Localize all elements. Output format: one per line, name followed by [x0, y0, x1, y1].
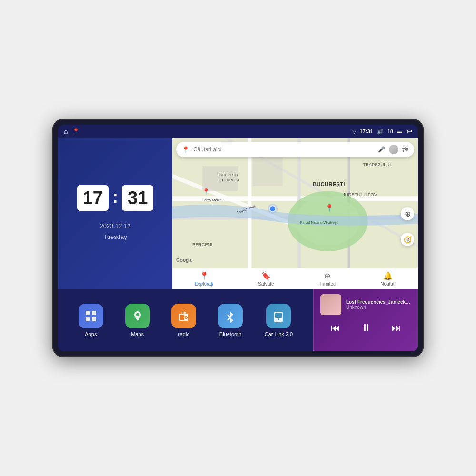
clock-day: Tuesday	[99, 231, 130, 242]
svg-text:BUCUREȘTI: BUCUREȘTI	[313, 181, 345, 187]
main-area: 17 : 31 2023.12.12 Tuesday	[58, 138, 418, 351]
music-prev-button[interactable]: ⏮	[327, 321, 344, 336]
map-nav-explore[interactable]: 📍 Explorați	[195, 271, 213, 287]
volume-icon: 🔊	[377, 129, 384, 135]
maps-label: Maps	[131, 331, 144, 337]
maps-icon-wrapper	[125, 304, 150, 328]
svg-text:BERCENI: BERCENI	[192, 242, 212, 247]
svg-text:📍: 📍	[202, 188, 210, 196]
svg-text:FM: FM	[181, 311, 186, 315]
app-item-carlink[interactable]: Car Link 2.0	[265, 304, 293, 337]
svg-text:TRAPEZULUI: TRAPEZULUI	[363, 162, 391, 167]
svg-text:JUDEȚUL ILFOV: JUDEȚUL ILFOV	[343, 192, 377, 197]
clock-date: 2023.12.12 Tuesday	[99, 220, 130, 243]
status-bar: ⌂ 📍 ▽ 17:31 🔊 18 ▬ ↩	[58, 125, 418, 138]
status-time: 17:31	[360, 129, 373, 134]
map-compass-button[interactable]: 🧭	[401, 233, 414, 246]
maps-icon	[131, 309, 144, 323]
svg-point-39	[278, 318, 279, 320]
app-item-radio[interactable]: FM radio	[171, 304, 196, 337]
map-nav-saved-label: Salvate	[258, 281, 274, 287]
map-avatar-icon[interactable]	[389, 145, 398, 154]
carlink-icon-wrapper	[266, 304, 291, 328]
svg-point-24	[268, 204, 278, 214]
maps-status-icon[interactable]: 📍	[72, 128, 79, 135]
svg-line-36	[228, 317, 230, 320]
svg-text:Leroy Merlin: Leroy Merlin	[202, 198, 221, 202]
app-item-apps[interactable]: Apps	[79, 304, 103, 337]
map-nav-news-label: Noutăți	[380, 281, 396, 287]
radio-icon: FM	[177, 309, 190, 323]
bluetooth-icon	[224, 309, 237, 323]
svg-text:SECTORUL 4: SECTORUL 4	[218, 178, 239, 182]
map-google-logo: Google	[176, 258, 192, 263]
music-player: Lost Frequencies_Janieck Devy-... Unknow…	[313, 289, 418, 351]
map-area[interactable]: BUCUREȘTI JUDEȚUL ILFOV TRAPEZULUI BERCE…	[172, 138, 418, 289]
battery-icon: ▬	[397, 129, 402, 134]
apps-icon	[84, 309, 98, 323]
music-artist: Unknown	[346, 305, 411, 310]
svg-point-33	[186, 317, 187, 318]
apps-label: Apps	[85, 331, 97, 337]
map-search-text: Căutați aici	[193, 146, 374, 153]
home-icon[interactable]: ⌂	[64, 128, 68, 135]
svg-text:📍: 📍	[325, 204, 334, 212]
map-layers-icon[interactable]: 🗺	[402, 146, 408, 153]
app-icons-area: Apps Maps	[58, 289, 313, 351]
explore-icon: 📍	[199, 271, 209, 280]
svg-rect-38	[275, 313, 282, 318]
bluetooth-label: Bluetooth	[219, 331, 241, 337]
volume-level: 18	[387, 129, 393, 134]
news-icon: 🔔	[383, 271, 393, 280]
radio-icon-wrapper: FM	[171, 304, 196, 328]
signal-icon: ▽	[352, 129, 356, 135]
status-left-icons: ⌂ 📍	[64, 128, 79, 135]
top-section: 17 : 31 2023.12.12 Tuesday	[58, 138, 418, 289]
svg-rect-28	[92, 317, 96, 321]
clock-date-value: 2023.12.12	[99, 220, 130, 231]
svg-text:BUCUREȘTI: BUCUREȘTI	[218, 173, 238, 177]
map-pin-icon: 📍	[182, 146, 189, 153]
clock-colon: :	[112, 187, 118, 207]
map-search-bar[interactable]: 📍 Căutați aici 🎤 🗺	[176, 142, 414, 157]
music-album-art	[320, 294, 341, 315]
map-zoom-button[interactable]: ⊕	[401, 207, 414, 220]
share-icon: ⊕	[324, 271, 330, 280]
music-title: Lost Frequencies_Janieck Devy-...	[346, 299, 411, 305]
svg-rect-25	[86, 311, 90, 315]
app-item-maps[interactable]: Maps	[125, 304, 150, 337]
map-nav-share[interactable]: ⊕ Trimiteți	[319, 271, 336, 287]
radio-label: radio	[178, 331, 189, 337]
map-nav-share-label: Trimiteți	[319, 281, 336, 287]
map-nav-explore-label: Explorați	[195, 281, 213, 287]
map-nav-saved[interactable]: 🔖 Salvate	[258, 271, 274, 287]
map-nav-news[interactable]: 🔔 Noutăți	[380, 271, 396, 287]
back-button[interactable]: ↩	[406, 127, 412, 136]
svg-rect-31	[180, 315, 184, 320]
album-art-image	[320, 294, 341, 315]
clock-display: 17 : 31	[77, 185, 154, 211]
carlink-label: Car Link 2.0	[265, 331, 293, 337]
svg-point-29	[136, 313, 139, 316]
saved-icon: 🔖	[261, 271, 271, 280]
music-text: Lost Frequencies_Janieck Devy-... Unknow…	[346, 299, 411, 310]
device-screen: ⌂ 📍 ▽ 17:31 🔊 18 ▬ ↩ 17 :	[58, 125, 418, 351]
music-controls: ⏮ ⏸ ⏭	[320, 320, 411, 336]
clock-hours: 17	[77, 185, 109, 211]
svg-text:Parcul Natural Văcărești: Parcul Natural Văcărești	[300, 220, 338, 225]
carlink-icon	[272, 309, 285, 323]
music-track-info: Lost Frequencies_Janieck Devy-... Unknow…	[320, 294, 411, 315]
device: ⌂ 📍 ▽ 17:31 🔊 18 ▬ ↩ 17 :	[52, 119, 424, 357]
svg-line-35	[228, 315, 230, 317]
map-bottom-bar: 📍 Explorați 🔖 Salvate ⊕ Trimiteți 🔔	[172, 268, 418, 289]
music-play-button[interactable]: ⏸	[357, 320, 375, 336]
clock-minutes: 31	[122, 185, 153, 211]
music-next-button[interactable]: ⏭	[388, 321, 405, 336]
bluetooth-icon-wrapper	[218, 304, 243, 328]
app-item-bluetooth[interactable]: Bluetooth	[218, 304, 243, 337]
svg-rect-27	[86, 317, 90, 321]
status-right-icons: ▽ 17:31 🔊 18 ▬ ↩	[352, 127, 412, 136]
apps-icon-wrapper	[79, 304, 103, 328]
map-mic-icon[interactable]: 🎤	[378, 146, 385, 153]
clock-widget: 17 : 31 2023.12.12 Tuesday	[58, 138, 172, 289]
